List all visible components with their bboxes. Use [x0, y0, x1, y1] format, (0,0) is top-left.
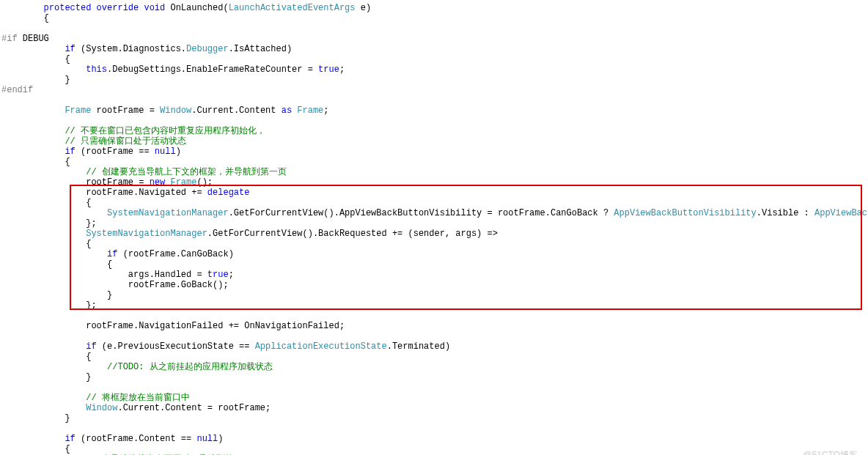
code-line: if (rootFrame == null) — [1, 147, 181, 157]
type: Window — [1, 403, 117, 413]
type: SystemNavigationManager — [1, 229, 207, 239]
code-line: { — [1, 54, 70, 64]
code-line: rootFrame.Navigated += delegate — [1, 188, 249, 198]
code-line: // 只需确保窗口处于活动状态 — [1, 136, 186, 147]
code-line: { — [1, 157, 70, 167]
type: AppViewBackButtonVisibility — [614, 208, 756, 218]
code-line: rootFrame = new Frame(); — [1, 177, 213, 188]
comment: //TODO: 从之前挂起的应用程序加载状态 — [1, 362, 273, 372]
keyword: true — [207, 270, 229, 280]
keyword: if — [1, 434, 76, 444]
code-line: { — [1, 198, 91, 208]
code-line: } — [1, 413, 70, 423]
code-line: rootFrame.NavigationFailed += OnNavigati… — [1, 321, 345, 331]
type: AppViewBackButtonVisibility — [814, 208, 868, 218]
code-line: SystemNavigationManager.GetForCurrentVie… — [1, 229, 498, 239]
keyword: null — [196, 434, 218, 444]
code-editor: protected override void OnLaunched(Launc… — [0, 0, 868, 455]
code-line: protected override void OnLaunched(Launc… — [1, 3, 371, 13]
keyword: this — [1, 64, 107, 75]
code-line: }; — [1, 218, 97, 229]
keyword: if — [1, 147, 76, 157]
keyword: if — [1, 249, 117, 259]
code-line: // 不要在窗口已包含内容时重复应用程序初始化， — [1, 126, 265, 136]
code-line: if (System.Diagnostics.Debugger.IsAttach… — [1, 44, 292, 54]
code-line: Window.Current.Content = rootFrame; — [1, 403, 271, 413]
code-line: #endif — [1, 85, 33, 95]
type: Frame — [292, 106, 323, 116]
type: ApplicationExecutionState — [255, 341, 387, 352]
comment: // 创建要充当导航上下文的框架，并导航到第一页 — [1, 167, 287, 177]
code-line: if (rootFrame.Content == null) — [1, 434, 223, 444]
comment: // 将框架放在当前窗口中 — [1, 393, 190, 403]
code-line: Frame rootFrame = Window.Current.Content… — [1, 106, 329, 116]
type: Frame — [1, 106, 91, 116]
keyword: delegate — [207, 188, 250, 198]
keyword: new — [150, 177, 166, 188]
keyword: as — [282, 106, 292, 116]
type: Frame — [165, 177, 196, 188]
code-line: this.DebugSettings.EnableFrameRateCounte… — [1, 64, 345, 75]
code-block: protected override void OnLaunched(Launc… — [1, 3, 868, 455]
type: Window — [160, 106, 191, 116]
code-line: { — [1, 259, 112, 270]
code-line: #if DEBUG — [1, 34, 49, 44]
code-line: rootFrame.GoBack(); — [1, 280, 229, 290]
code-line: } — [1, 372, 91, 382]
code-line: // 创建要充当导航上下文的框架，并导航到第一页 — [1, 167, 287, 177]
preprocessor: #endif — [1, 85, 33, 95]
code-line: { — [1, 444, 70, 454]
code-line: } — [1, 290, 112, 300]
comment: // 不要在窗口已包含内容时重复应用程序初始化， — [1, 126, 265, 136]
code-line: }; — [1, 300, 97, 311]
code-line: { — [1, 239, 91, 249]
keyword: protected override void — [1, 3, 165, 13]
comment: // 只需确保窗口处于活动状态 — [1, 136, 186, 147]
code-line: args.Handled = true; — [1, 270, 234, 280]
type: LaunchActivatedEventArgs — [229, 3, 356, 13]
code-line: } — [1, 75, 70, 85]
code-line: { — [1, 352, 91, 362]
code-line: if (rootFrame.CanGoBack) — [1, 249, 234, 259]
code-line: SystemNavigationManager.GetForCurrentVie… — [1, 208, 868, 218]
keyword: true — [318, 64, 339, 75]
keyword: if — [1, 44, 76, 54]
code-line: // 将框架放在当前窗口中 — [1, 393, 190, 403]
preprocessor: #if — [1, 34, 18, 44]
type: Debugger — [186, 44, 229, 54]
code-line: //TODO: 从之前挂起的应用程序加载状态 — [1, 362, 273, 372]
watermark: @51CTO博客 — [803, 450, 858, 455]
keyword: null — [155, 147, 176, 157]
code-line: { — [1, 13, 49, 23]
type: SystemNavigationManager — [1, 208, 229, 218]
keyword: if — [1, 341, 97, 352]
code-line: if (e.PreviousExecutionState == Applicat… — [1, 341, 450, 352]
